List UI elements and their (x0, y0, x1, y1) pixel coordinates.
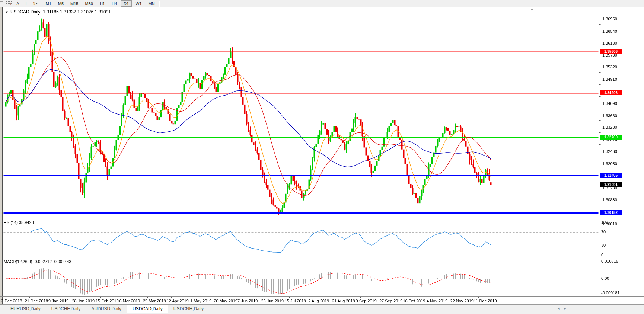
date-tick-label: 9 Jan 2019 (48, 299, 68, 303)
price-chart-canvas[interactable] (0, 7, 644, 304)
pane-divider-rsi[interactable] (0, 218, 644, 218)
toolbar: F A T ⇅ ▾ M1M5M15M30H1H4D1W1MN (0, 0, 644, 7)
price-level-chip: 1.31405 (600, 173, 622, 178)
tab-usdchf[interactable]: USDCHF,Daily (46, 305, 86, 313)
tab-scroll-arrows: ◄► (557, 307, 570, 310)
price-level-chip: 1.32700 (600, 135, 622, 140)
tab-usdcnh[interactable]: USDCNH,Daily (168, 305, 209, 313)
price-tick-label: 1.34090 (602, 101, 617, 106)
date-tick-label: 16 Oct 2019 (403, 299, 425, 303)
date-tick-label: 11 Dec 2019 (474, 299, 497, 303)
macd-label: MACD(12,26,9) -0.002712 -0.002443 (4, 259, 71, 264)
date-tick-label: 20 May 2019 (214, 299, 238, 303)
price-axis-divider (599, 7, 599, 297)
date-tick-label: 6 Mar 2019 (119, 299, 140, 303)
fibonacci-glyph: F (6, 1, 12, 6)
macd-axis-label: 0.010615 (601, 259, 618, 263)
date-tick-label: 22 Nov 2019 (450, 299, 474, 303)
price-tick-label: 1.33680 (602, 113, 617, 118)
date-tick-label: 2 Aug 2019 (309, 299, 329, 303)
price-tick-label: 1.32460 (602, 149, 617, 154)
toolbar-separator-2 (159, 1, 160, 7)
text-icon[interactable]: T (22, 0, 31, 7)
rsi-axis-label: 100 (601, 220, 608, 224)
toolbar-drag-handle[interactable] (0, 1, 3, 6)
collapse-triangle-icon[interactable]: ▼ (5, 10, 9, 14)
status-strip (0, 313, 644, 314)
date-tick-label: 3 Dec 2018 (1, 299, 22, 303)
price-tick-label: 1.32050 (602, 161, 617, 166)
date-tick-label: 9 Sep 2019 (356, 299, 377, 303)
price-level-chip: 1.35606 (600, 49, 622, 54)
price-level-chip: 1.30152 (600, 210, 622, 215)
date-tick-label: 21 Aug 2019 (332, 299, 355, 303)
tabbar-spacer (0, 305, 5, 313)
date-tick-label: 12 Apr 2019 (167, 299, 189, 303)
fibonacci-icon[interactable]: F (4, 0, 14, 7)
pane-divider-bottom (0, 296, 644, 297)
rsi-axis-label: 30 (601, 243, 606, 247)
rsi-axis-label: 70 (601, 230, 606, 234)
chart-symbol-period: USDCAD,Daily (10, 9, 41, 15)
symbol-tab-bar: EURUSD,DailyUSDCHF,DailyAUDUSD,DailyUSDC… (0, 304, 644, 313)
tab-usdcad[interactable]: USDCAD,Daily (127, 305, 168, 313)
date-tick-label: 25 Mar 2019 (143, 299, 166, 303)
timeframe-button-mn[interactable]: MN (146, 0, 158, 7)
price-level-chip: 1.34206 (600, 90, 622, 95)
price-level-chip: 1.31091 (600, 182, 622, 187)
date-tick-label: 28 Jan 2019 (72, 299, 95, 303)
date-tick-label: 15 Jul 2019 (285, 299, 306, 303)
date-tick-label: 7 Jun 2019 (237, 299, 258, 303)
price-tick-label: 1.34910 (602, 77, 617, 81)
chart-shift-marker-icon[interactable]: ▼ (530, 8, 534, 12)
timeframe-button-m1[interactable]: M1 (43, 0, 54, 7)
timeframe-button-h1[interactable]: H1 (97, 0, 108, 7)
timeframe-button-w1[interactable]: W1 (133, 0, 145, 7)
date-tick-label: 27 Sep 2019 (379, 299, 402, 303)
chart-ohlc-values: 1.31185 1.31332 1.31026 1.31091 (43, 9, 111, 15)
text-label-icon[interactable]: A (14, 0, 22, 7)
arrows-glyph: ⇅ (33, 1, 35, 6)
timeframe-button-d1[interactable]: D1 (121, 0, 132, 7)
price-tick-label: 1.36130 (602, 41, 617, 45)
price-tick-label: 1.33280 (602, 125, 617, 129)
text-glyph: T (24, 1, 28, 6)
price-tick-label: 1.36950 (602, 17, 617, 21)
timeframe-button-m30[interactable]: M30 (82, 0, 96, 7)
window-left-edge (0, 7, 3, 304)
chevron-down-icon[interactable]: ▾ (36, 2, 38, 5)
date-tick-label: 15 Feb 2019 (96, 299, 119, 303)
rsi-label: RSI(14) 35.9428 (4, 220, 34, 225)
date-tick-label: 4 Nov 2019 (427, 299, 447, 303)
arrows-icon[interactable]: ⇅ ▾ (31, 0, 39, 7)
price-tick-label: 1.30830 (602, 198, 617, 202)
text-label-glyph: A (16, 1, 19, 6)
price-tick-label: 1.35320 (602, 65, 617, 69)
tab-scroll-left-icon[interactable]: ◄ (557, 307, 563, 310)
date-tick-label: 26 Jun 2019 (261, 299, 284, 303)
timeframe-buttons: M1M5M15M30H1H4D1W1MN (42, 0, 158, 7)
tab-audusd[interactable]: AUDUSD,Daily (86, 305, 127, 313)
timeframe-button-m5[interactable]: M5 (55, 0, 67, 7)
pane-divider-macd[interactable] (0, 257, 644, 257)
tab-eurusd[interactable]: EURUSD,Daily (5, 305, 46, 313)
macd-axis-label: -0.009181 (601, 291, 620, 295)
timeframe-button-m15[interactable]: M15 (67, 0, 81, 7)
tab-scroll-right-icon[interactable]: ► (563, 307, 570, 310)
chart-window: ▼USDCAD,Daily 1.31185 1.31332 1.31026 1.… (0, 7, 644, 304)
date-tick-label: 21 Dec 2018 (25, 299, 48, 303)
price-tick-label: 1.36540 (602, 29, 617, 33)
chart-title: ▼USDCAD,Daily 1.31185 1.31332 1.31026 1.… (5, 9, 111, 15)
macd-axis-label: 0.00 (601, 276, 609, 281)
symbol-tabs: EURUSD,DailyUSDCHF,DailyAUDUSD,DailyUSDC… (5, 305, 209, 313)
timeframe-button-h4[interactable]: H4 (109, 0, 120, 7)
toolbar-separator (41, 1, 41, 7)
date-tick-label: 1 May 2019 (190, 299, 211, 303)
